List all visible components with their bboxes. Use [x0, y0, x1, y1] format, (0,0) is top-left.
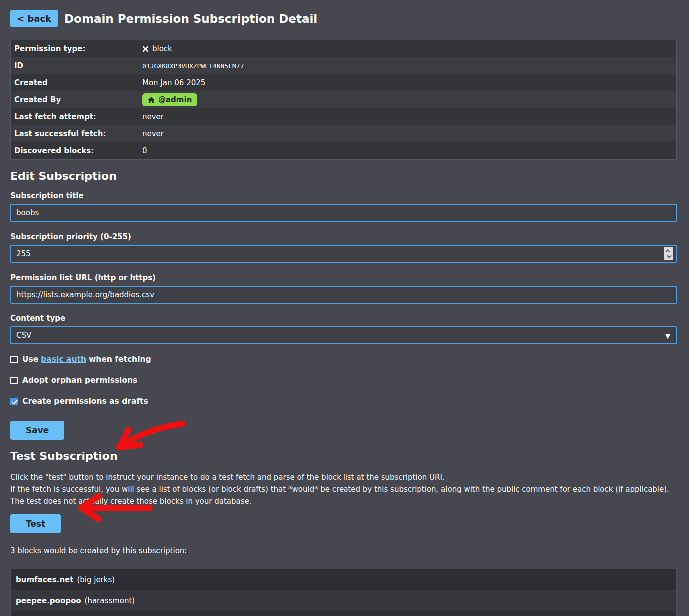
admin-username: @admin	[158, 95, 192, 104]
description-line: The test does not actually create those …	[10, 495, 677, 507]
block-comment: (big jerks)	[77, 575, 115, 584]
permission-list-url-label: Permission list URL (http or https)	[10, 273, 677, 282]
subscription-id-value: 01JGXK8XP3VHXZPWET4NN5FM77	[142, 62, 244, 70]
page-title: Domain Permission Subscription Detail	[64, 12, 317, 25]
use-basic-auth-checkbox-row[interactable]: Use basic auth when fetching	[10, 355, 151, 364]
adopt-orphan-permissions-checkbox-row[interactable]: Adopt orphan permissions	[10, 376, 137, 385]
block-list-item: peepee.poopoo (harassment)	[11, 590, 676, 611]
last-successful-fetch-value: never	[142, 129, 164, 138]
edit-subscription-heading: Edit Subscription	[10, 170, 677, 182]
table-row: Created By @admin	[11, 91, 676, 108]
subscription-title-input[interactable]	[10, 204, 677, 222]
discovered-blocks-value: 0	[142, 146, 147, 155]
adopt-orphans-checkbox[interactable]	[10, 377, 18, 384]
table-row: ID 01JGXK8XP3VHXZPWET4NN5FM77	[11, 57, 676, 74]
home-icon	[148, 97, 155, 103]
permission-type-value: block	[142, 44, 172, 53]
content-type-field-group: Content type CSV ▼	[10, 314, 677, 344]
block-list-item: nothanks.com	[11, 611, 676, 616]
basic-auth-checkbox-label: Use basic auth when fetching	[22, 355, 151, 364]
row-label: Discovered blocks:	[11, 146, 142, 155]
table-row: Created Mon Jan 06 2025	[11, 74, 676, 91]
test-description: Click the "test" button to instruct your…	[10, 471, 677, 507]
test-subscription-heading: Test Subscription	[10, 450, 677, 462]
row-label: Last fetch attempt:	[11, 112, 142, 121]
table-row: Permission type: block	[11, 40, 676, 57]
subscription-details-table: Permission type: block ID 01JGXK8XP3VHXZ…	[10, 40, 677, 160]
domain-permission-subscription-detail-page: < back Domain Permission Subscription De…	[0, 0, 689, 616]
test-result-summary: 3 blocks would be created by this subscr…	[10, 546, 677, 555]
basic-auth-link[interactable]: basic auth	[41, 355, 86, 364]
table-row: Discovered blocks: 0	[11, 142, 676, 159]
basic-auth-checkbox[interactable]	[10, 356, 18, 363]
label-text: when fetching	[89, 355, 151, 364]
subscription-priority-field-group: Subscription priority (0-255)	[10, 232, 677, 263]
last-fetch-attempt-value: never	[142, 112, 164, 121]
block-list-item: bumfaces.net (big jerks)	[11, 569, 676, 590]
label-text: Use	[22, 355, 38, 364]
back-button[interactable]: < back	[10, 10, 58, 27]
subscription-priority-label: Subscription priority (0-255)	[10, 232, 677, 241]
created-date-value: Mon Jan 06 2025	[142, 78, 205, 87]
subscription-title-label: Subscription title	[10, 191, 677, 200]
save-button[interactable]: Save	[10, 421, 64, 440]
row-label: Created By	[11, 95, 142, 104]
permission-list-url-input[interactable]	[10, 286, 677, 304]
permission-list-url-field-group: Permission list URL (http or https)	[10, 273, 677, 304]
table-row: Last fetch attempt: never	[11, 108, 676, 125]
number-spinner[interactable]	[664, 247, 673, 260]
content-type-select[interactable]: CSV	[10, 326, 677, 344]
page-header: < back Domain Permission Subscription De…	[10, 10, 677, 27]
checkbox-group: Use basic auth when fetching Adopt orpha…	[10, 355, 677, 418]
subscription-title-field-group: Subscription title	[10, 191, 677, 222]
row-label: ID	[11, 61, 142, 70]
create-drafts-checkbox[interactable]	[10, 398, 18, 405]
block-comment: (harassment)	[85, 596, 135, 605]
row-label: Permission type:	[11, 44, 142, 53]
created-by-cell: @admin	[142, 93, 197, 106]
block-domain: bumfaces.net	[16, 575, 73, 584]
description-line: Click the "test" button to instruct your…	[10, 471, 677, 483]
admin-user-badge[interactable]: @admin	[142, 93, 197, 106]
create-drafts-checkbox-row[interactable]: Create permissions as drafts	[10, 397, 148, 406]
block-domain: peepee.poopoo	[16, 596, 81, 605]
test-button[interactable]: Test	[10, 514, 61, 533]
table-row: Last successful fetch: never	[11, 125, 676, 142]
subscription-priority-input[interactable]	[10, 245, 677, 263]
x-block-icon	[142, 46, 149, 52]
row-label: Created	[11, 78, 142, 87]
content-type-label: Content type	[10, 314, 677, 323]
description-line: If the fetch is successful, you will see…	[10, 483, 677, 495]
test-result-block-list: bumfaces.net (big jerks) peepee.poopoo (…	[10, 569, 677, 616]
row-label: Last successful fetch:	[11, 129, 142, 138]
adopt-orphans-checkbox-label: Adopt orphan permissions	[22, 376, 137, 385]
permission-type-text: block	[152, 44, 172, 53]
create-drafts-checkbox-label: Create permissions as drafts	[22, 397, 148, 406]
